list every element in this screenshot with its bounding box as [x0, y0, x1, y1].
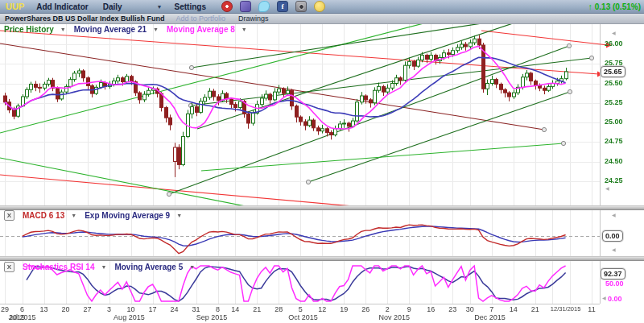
date-tick-label: 29 — [1, 305, 9, 313]
stoch-value-tag: 92.37 — [601, 268, 625, 280]
chevron-down-icon[interactable]: ▼ — [176, 213, 182, 218]
date-tick-label: 3 — [107, 305, 111, 313]
date-tick-label: 9 — [407, 305, 411, 313]
line-extension-marker: ◀ — [612, 246, 616, 252]
chat-icon[interactable] — [314, 1, 325, 12]
drawings-menu[interactable]: Drawings — [232, 14, 275, 23]
chevron-down-icon[interactable]: ▼ — [242, 27, 247, 32]
chevron-down-icon[interactable]: ▼ — [101, 264, 106, 270]
stoch-ma-dropdown[interactable]: Moving Average 5 — [114, 263, 183, 271]
settings-button[interactable]: Settings — [167, 2, 213, 11]
month-label: Dec 2015 — [474, 313, 506, 321]
month-label: Oct 2015 — [288, 313, 318, 321]
date-tick-label: 12/31/2015 — [551, 305, 581, 313]
date-tick-label: 30 — [466, 305, 474, 313]
price-axis-label: 24.75 — [605, 137, 623, 145]
date-tick-label: 20 — [62, 305, 70, 313]
date-tick-label: 24 — [171, 305, 179, 313]
main-toolbar: UUP Add Indicator Daily ▼ Settings f ↑ 0… — [0, 0, 644, 14]
month-label: Nov 2015 — [379, 313, 411, 321]
price-axis-label: 25.25 — [605, 98, 623, 106]
month-label: Jul 2015 — [9, 313, 36, 321]
fund-title: PowerShares DB US Dollar Index Bullish F… — [0, 14, 170, 23]
news-icon[interactable] — [240, 1, 251, 12]
date-tick-label: 16 — [427, 305, 435, 313]
date-tick-label: 12 — [318, 305, 326, 313]
date-tick-label: 21 — [531, 305, 539, 313]
ma21-dropdown[interactable]: Moving Average 21 — [74, 25, 147, 34]
stoch-mid-label: 50.00 — [605, 280, 624, 288]
chevron-down-icon[interactable]: ▼ — [71, 213, 76, 218]
stoch-panel-legend: X Stochastics RSI 14 ▼ Moving Average 5 … — [4, 262, 203, 272]
price-axis-label: 24.25 — [605, 176, 623, 184]
price-panel-legend: Price History ▼ Moving Average 21 ▼ Movi… — [4, 25, 255, 34]
toolbar-icons: f — [221, 1, 325, 12]
month-label: Aug 2015 — [114, 313, 145, 321]
macd-panel-legend: X MACD 6 13 ▼ Exp Moving Average 9 ▼ — [4, 210, 190, 221]
period-dropdown[interactable]: Daily — [96, 2, 130, 11]
date-tick-label: 14 — [510, 305, 518, 313]
date-tick-label: 5 — [299, 305, 303, 313]
add-indicator-button[interactable]: Add Indicator — [29, 2, 95, 11]
date-tick-label: 17 — [149, 305, 157, 313]
close-icon[interactable]: X — [4, 262, 14, 272]
twitter-icon[interactable] — [258, 1, 270, 12]
date-tick-label: 2 — [386, 305, 390, 313]
alarm-icon[interactable] — [221, 1, 233, 12]
date-tick-label: 31 — [192, 305, 200, 313]
date-tick-label: 8 — [216, 305, 220, 313]
stoch-zero-label: 0.00 — [608, 295, 622, 303]
price-axis-label: 26.00 — [605, 39, 623, 48]
macd-dropdown[interactable]: MACD 6 13 — [23, 211, 64, 220]
price-axis-label: 25.75 — [605, 59, 623, 67]
symbol-ticker[interactable]: UUP — [0, 2, 29, 11]
chevron-down-icon[interactable]: ▼ — [189, 264, 195, 270]
last-price-tag: 25.65 — [601, 66, 625, 77]
line-extension-marker: ◀ — [602, 295, 606, 300]
ma8-dropdown[interactable]: Moving Average 8 — [167, 25, 235, 34]
date-tick-label: 7 — [489, 305, 493, 313]
line-extension-marker: ◀ — [612, 212, 616, 217]
line-extension-marker: ◀ — [612, 30, 616, 35]
facebook-icon[interactable]: f — [277, 1, 288, 12]
price-change-badge: ↑ 0.13 (0.51%) — [588, 2, 641, 11]
date-tick-label: 10 — [127, 305, 135, 313]
chevron-down-icon[interactable]: ▼ — [153, 27, 159, 32]
line-extension-marker: ◀ — [605, 185, 609, 191]
date-tick-label: 27 — [84, 305, 92, 313]
price-history-dropdown[interactable]: Price History — [4, 25, 54, 34]
stoch-rsi-dropdown[interactable]: Stochastics RSI 14 — [23, 263, 94, 271]
chevron-down-icon[interactable]: ▼ — [60, 27, 66, 32]
date-tick-label: 13 — [40, 305, 48, 313]
date-tick-label: 28 — [275, 305, 283, 313]
symbol-info-bar: PowerShares DB US Dollar Index Bullish F… — [0, 14, 644, 24]
chevron-down-icon[interactable]: ▼ — [152, 4, 167, 10]
price-axis-label: 24.50 — [605, 157, 623, 165]
camera-icon[interactable] — [295, 1, 307, 12]
price-axis-label: 25.00 — [605, 118, 623, 126]
charting-app: UUP Add Indicator Daily ▼ Settings f ↑ 0… — [0, 0, 644, 323]
date-tick-label: 21 — [253, 305, 261, 313]
macd-signal-dropdown[interactable]: Exp Moving Average 9 — [85, 211, 170, 220]
date-tick-label: 11 — [588, 305, 595, 313]
date-tick-label: 14 — [231, 305, 239, 313]
month-label: Sep 2015 — [196, 313, 228, 321]
axis-labels-layer: 25.65 0.00 92.37 50.00 0.00 ◀ ◀ ◀ ◀ ◀ 26… — [0, 0, 644, 323]
date-tick-label: 6 — [20, 305, 24, 313]
date-tick-label: 19 — [340, 305, 348, 313]
price-axis-label: 25.50 — [605, 79, 623, 87]
up-arrow-icon: ↑ — [588, 2, 592, 11]
add-to-portfolio-link[interactable]: Add to Portfolio — [170, 14, 233, 23]
date-tick-label: 26 — [361, 305, 369, 313]
change-value: 0.13 (0.51%) — [595, 2, 641, 11]
macd-value-tag: 0.00 — [602, 230, 623, 242]
panel-splitter[interactable] — [0, 256, 644, 261]
date-tick-label: 23 — [448, 305, 456, 313]
close-icon[interactable]: X — [4, 210, 14, 221]
